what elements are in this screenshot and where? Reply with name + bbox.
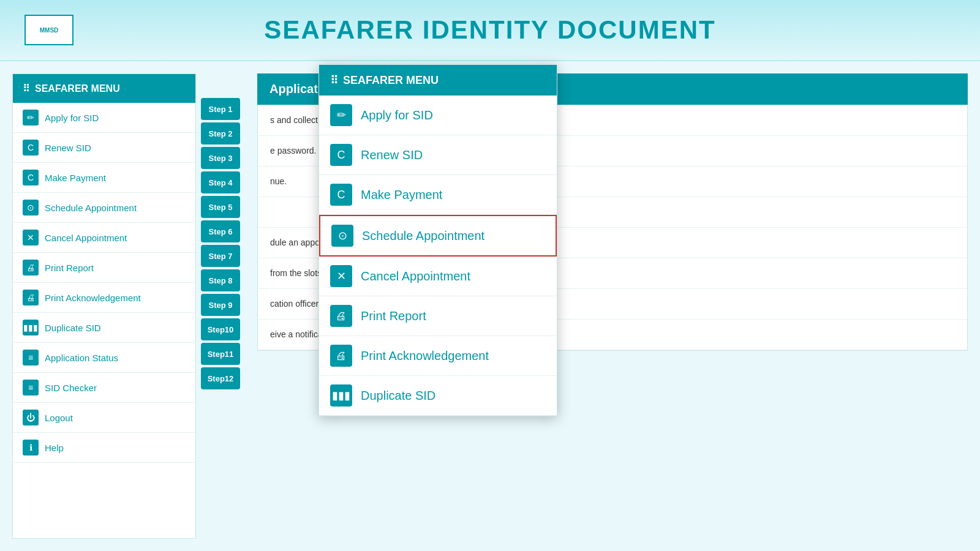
dropdown-item-apply-sid[interactable]: ✏ Apply for SID: [319, 96, 557, 135]
dropdown-item-schedule-appointment[interactable]: ⊙ Schedule Appointment: [319, 215, 557, 257]
sidebar-item-cancel-appointment[interactable]: ✕ Cancel Appointment: [13, 223, 195, 253]
cancel-appointment-icon: ✕: [23, 230, 39, 246]
dropdown-item-print-acknowledgement[interactable]: 🖨 Print Acknowledgement: [319, 336, 557, 376]
page-title: SEAFARER IDENTITY DOCUMENT: [264, 15, 715, 45]
step-12-button[interactable]: Step12: [201, 367, 240, 389]
step-2-button[interactable]: Step 2: [201, 122, 240, 144]
sidebar-items-list: ✏ Apply for SID C Renew SID C Make Payme…: [13, 103, 195, 463]
step-11-button[interactable]: Step11: [201, 343, 240, 365]
print-acknowledgement-icon: 🖨: [23, 290, 39, 305]
sidebar-item-label-logout: Logout: [45, 413, 73, 423]
apply-sid-dropdown-icon: ✏: [330, 104, 352, 126]
dropdown-items-list: ✏ Apply for SID C Renew SID C Make Payme…: [319, 96, 557, 416]
dropdown-item-make-payment[interactable]: C Make Payment: [319, 175, 557, 215]
logo-box: MMSD: [24, 15, 74, 45]
dropdown-item-label-cancel-appointment: Cancel Appointment: [361, 269, 470, 283]
renew-sid-dropdown-icon: C: [330, 144, 352, 166]
logout-icon: ⏻: [23, 410, 39, 425]
header-logo: MMSD: [24, 15, 74, 45]
schedule-appointment-dropdown-icon: ⊙: [331, 225, 353, 247]
dropdown-item-label-make-payment: Make Payment: [361, 188, 442, 202]
step-7-button[interactable]: Step 7: [201, 245, 240, 267]
print-report-dropdown-icon: 🖨: [330, 305, 352, 327]
application-status-icon: ≡: [23, 350, 39, 365]
steps-column: Step 1Step 2Step 3Step 4Step 5Step 6Step…: [196, 61, 245, 551]
sidebar-item-help[interactable]: ℹ Help: [13, 433, 195, 463]
renew-sid-icon: C: [23, 140, 39, 156]
step-6-button[interactable]: Step 6: [201, 220, 240, 242]
dropdown-item-label-schedule-appointment: Schedule Appointment: [362, 229, 484, 243]
step-10-button[interactable]: Step10: [201, 318, 240, 340]
dropdown-header: ⠿ SEAFARER MENU: [319, 65, 557, 96]
help-icon: ℹ: [23, 440, 39, 455]
sidebar-menu-label: SEAFARER MENU: [35, 83, 120, 94]
sidebar-item-sid-checker[interactable]: ≡ SID Checker: [13, 373, 195, 403]
sidebar-item-label-duplicate-sid: Duplicate SID: [45, 323, 101, 333]
sidebar-item-label-renew-sid: Renew SID: [45, 143, 91, 153]
duplicate-sid-dropdown-icon: ▮▮▮: [330, 384, 352, 407]
dropdown-item-cancel-appointment[interactable]: ✕ Cancel Appointment: [319, 257, 557, 296]
apply-sid-icon: ✏: [23, 110, 39, 126]
sidebar-item-print-report[interactable]: 🖨 Print Report: [13, 253, 195, 283]
sidebar-item-label-application-status: Application Status: [45, 353, 118, 363]
dropdown-item-duplicate-sid[interactable]: ▮▮▮ Duplicate SID: [319, 376, 557, 416]
sidebar-item-label-help: Help: [45, 443, 64, 453]
seafarer-dropdown-menu: ⠿ SEAFARER MENU ✏ Apply for SID C Renew …: [318, 64, 557, 416]
sidebar-item-renew-sid[interactable]: C Renew SID: [13, 133, 195, 163]
dropdown-menu-label: SEAFARER MENU: [343, 74, 439, 87]
make-payment-icon: C: [23, 170, 39, 186]
step-9-button[interactable]: Step 9: [201, 294, 240, 316]
sidebar-item-schedule-appointment[interactable]: ⊙ Schedule Appointment: [13, 193, 195, 223]
sidebar-item-application-status[interactable]: ≡ Application Status: [13, 343, 195, 373]
step-1-button[interactable]: Step 1: [201, 98, 240, 120]
sidebar-item-duplicate-sid[interactable]: ▮▮▮ Duplicate SID: [13, 313, 195, 343]
dropdown-menu-icon: ⠿: [330, 73, 338, 87]
step-3-button[interactable]: Step 3: [201, 147, 240, 169]
dropdown-item-label-apply-sid: Apply for SID: [361, 108, 433, 122]
sidebar-header: ⠿ SEAFARER MENU: [13, 74, 195, 103]
duplicate-sid-icon: ▮▮▮: [23, 320, 39, 335]
sidebar-item-make-payment[interactable]: C Make Payment: [13, 163, 195, 193]
dropdown-item-label-renew-sid: Renew SID: [361, 148, 423, 162]
sidebar-item-label-print-acknowledgement: Print Acknowledgement: [45, 293, 141, 303]
dropdown-item-label-print-report: Print Report: [361, 309, 426, 323]
page-header: MMSD SEAFARER IDENTITY DOCUMENT: [0, 0, 980, 61]
make-payment-dropdown-icon: C: [330, 184, 352, 206]
sidebar-item-apply-sid[interactable]: ✏ Apply for SID: [13, 103, 195, 133]
dropdown-item-print-report[interactable]: 🖨 Print Report: [319, 296, 557, 336]
schedule-appointment-icon: ⊙: [23, 200, 39, 216]
sidebar-item-label-make-payment: Make Payment: [45, 173, 106, 183]
sid-checker-icon: ≡: [23, 380, 39, 395]
step-8-button[interactable]: Step 8: [201, 269, 240, 291]
step-5-button[interactable]: Step 5: [201, 196, 240, 218]
sidebar-item-label-apply-sid: Apply for SID: [45, 113, 99, 123]
print-acknowledgement-dropdown-icon: 🖨: [330, 345, 352, 367]
dropdown-item-label-duplicate-sid: Duplicate SID: [361, 389, 435, 403]
cancel-appointment-dropdown-icon: ✕: [330, 265, 352, 287]
sidebar-item-label-print-report: Print Report: [45, 263, 94, 273]
print-report-icon: 🖨: [23, 260, 39, 276]
sidebar-menu-icon: ⠿: [23, 83, 30, 94]
sidebar-item-label-cancel-appointment: Cancel Appointment: [45, 233, 127, 243]
sidebar-item-label-schedule-appointment: Schedule Appointment: [45, 203, 137, 213]
sidebar-item-logout[interactable]: ⏻ Logout: [13, 403, 195, 433]
left-sidebar: ⠿ SEAFARER MENU ✏ Apply for SID C Renew …: [12, 73, 196, 539]
dropdown-item-label-print-acknowledgement: Print Acknowledgement: [361, 349, 489, 363]
dropdown-item-renew-sid[interactable]: C Renew SID: [319, 135, 557, 175]
step-4-button[interactable]: Step 4: [201, 171, 240, 193]
sidebar-item-label-sid-checker: SID Checker: [45, 383, 97, 393]
sidebar-item-print-acknowledgement[interactable]: 🖨 Print Acknowledgement: [13, 283, 195, 313]
steps-list: Step 1Step 2Step 3Step 4Step 5Step 6Step…: [201, 98, 240, 389]
